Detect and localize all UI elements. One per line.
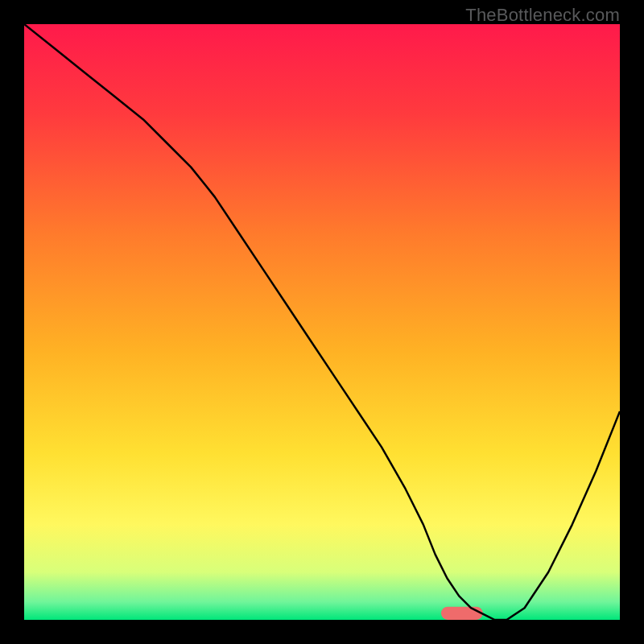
optimal-marker: [441, 607, 483, 620]
background-gradient: [24, 24, 620, 620]
bottleneck-chart: [24, 24, 620, 620]
svg-rect-0: [441, 607, 483, 620]
watermark-text: TheBottleneck.com: [465, 5, 620, 26]
